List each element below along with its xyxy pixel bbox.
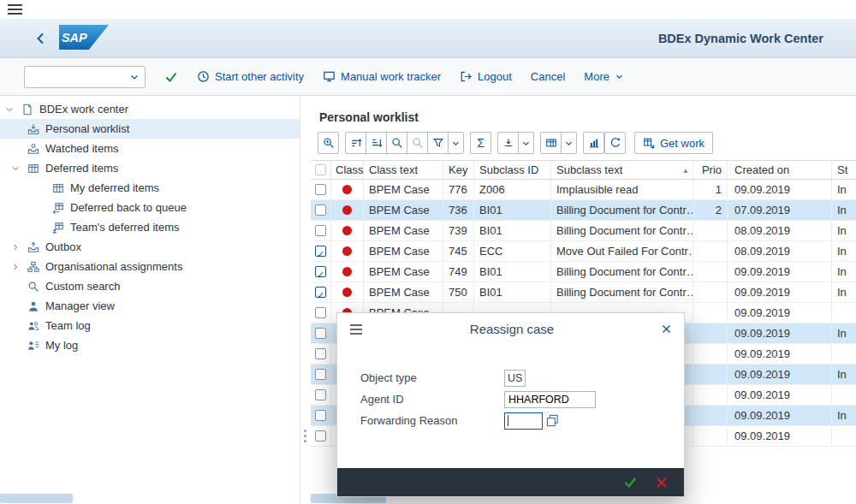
download-icon bbox=[502, 137, 514, 149]
select-all-checkbox[interactable] bbox=[315, 164, 326, 175]
object-type-value[interactable]: US bbox=[504, 370, 526, 387]
sidebar-item-deferred-items[interactable]: Deferred items bbox=[0, 158, 300, 178]
sidebar-item-personal-worklist[interactable]: Personal worklist bbox=[0, 119, 300, 139]
table-row[interactable]: BPEM Case 739 BI01 Billing Document for … bbox=[311, 221, 856, 241]
row-checkbox[interactable] bbox=[315, 205, 326, 216]
row-select-cell bbox=[311, 303, 331, 323]
chevron-down-icon bbox=[615, 72, 624, 81]
zoom-button[interactable] bbox=[318, 132, 339, 154]
sidebar-item-label: Outbox bbox=[45, 240, 81, 253]
row-checkbox[interactable] bbox=[315, 307, 326, 318]
sort-ascending-button[interactable] bbox=[345, 132, 366, 154]
row-select-cell bbox=[311, 262, 331, 282]
activity-combobox[interactable] bbox=[24, 66, 146, 88]
sidebar-item-deferred-back-to-queue[interactable]: Deferred back to queue bbox=[0, 198, 300, 217]
shell-header: SAP BDEx Dynamic Work Center bbox=[0, 19, 856, 58]
value-help-icon[interactable] bbox=[546, 414, 559, 427]
column-header-class[interactable]: Class bbox=[331, 161, 364, 179]
row-checkbox[interactable] bbox=[315, 348, 326, 359]
row-checkbox[interactable] bbox=[315, 389, 326, 400]
row-checkbox[interactable] bbox=[315, 246, 326, 257]
manual-work-tracker-button[interactable]: Manual work tracker bbox=[323, 70, 441, 83]
sort-descending-button[interactable] bbox=[366, 132, 387, 154]
find-next-button[interactable] bbox=[407, 132, 428, 154]
table-row[interactable]: BPEM Case 736 BI01 Billing Document for … bbox=[311, 200, 856, 221]
app-menu-icon[interactable] bbox=[8, 4, 22, 15]
chevron-collapsed-icon[interactable] bbox=[9, 263, 21, 271]
forwarding-reason-input[interactable] bbox=[504, 412, 543, 430]
chevron-expanded-icon[interactable] bbox=[9, 164, 21, 173]
column-header-key[interactable]: Key bbox=[443, 161, 474, 179]
row-checkbox[interactable] bbox=[315, 328, 326, 339]
view-table-button[interactable] bbox=[540, 132, 562, 154]
table-row[interactable]: BPEM Case 750 BI01 Billing Document for … bbox=[311, 282, 856, 303]
cell-prio bbox=[693, 365, 728, 384]
cell-created-on: 09.09.2019 bbox=[728, 262, 832, 282]
column-header-subclass-id[interactable]: Subclass ID bbox=[474, 161, 551, 179]
confirm-button[interactable] bbox=[164, 70, 178, 84]
get-work-button[interactable]: Get work bbox=[634, 132, 713, 154]
cell-key: 749 bbox=[443, 262, 474, 282]
dialog-cancel-button[interactable] bbox=[655, 476, 669, 489]
row-checkbox[interactable] bbox=[315, 266, 326, 277]
sidebar-item-my-deferred-items[interactable]: My deferred items bbox=[0, 178, 300, 198]
total-button[interactable]: Σ bbox=[470, 132, 491, 154]
agent-id-input[interactable] bbox=[504, 391, 596, 408]
export-button[interactable] bbox=[497, 132, 519, 154]
my-log-icon bbox=[26, 340, 41, 352]
sidebar-hscrollbar-thumb[interactable] bbox=[0, 494, 73, 503]
cell-status bbox=[832, 385, 856, 405]
more-button[interactable]: More bbox=[584, 70, 624, 83]
dialog-menu-icon[interactable] bbox=[349, 323, 363, 335]
logout-button[interactable]: Logout bbox=[460, 70, 512, 83]
chart-view-button[interactable] bbox=[583, 132, 604, 154]
panel-splitter[interactable] bbox=[300, 96, 309, 504]
filter-button[interactable] bbox=[427, 132, 449, 154]
row-class-cell bbox=[331, 262, 364, 282]
sigma-icon: Σ bbox=[477, 137, 484, 149]
row-checkbox[interactable] bbox=[315, 184, 326, 195]
activity-combobox-input[interactable] bbox=[25, 67, 124, 87]
row-checkbox[interactable] bbox=[315, 369, 326, 380]
row-checkbox[interactable] bbox=[315, 225, 326, 236]
column-header-subclass-text[interactable]: Subclass text▲ bbox=[551, 161, 693, 179]
row-checkbox[interactable] bbox=[315, 410, 326, 421]
column-header-created-on[interactable]: Created on bbox=[728, 161, 832, 179]
chevron-collapsed-icon[interactable] bbox=[9, 243, 21, 252]
start-other-activity-button[interactable]: Start other activity bbox=[197, 70, 304, 83]
view-menu-button[interactable] bbox=[561, 132, 577, 154]
cell-status: In bbox=[832, 241, 856, 261]
column-header-status[interactable]: St bbox=[832, 161, 856, 179]
export-menu-button[interactable] bbox=[518, 132, 534, 154]
row-checkbox[interactable] bbox=[315, 430, 326, 442]
column-header-prio[interactable]: Prio bbox=[693, 161, 728, 179]
sidebar-item-organisational-assignments[interactable]: Organisational assignments bbox=[0, 257, 300, 276]
table-row[interactable]: BPEM Case 749 BI01 Billing Document for … bbox=[311, 262, 856, 282]
cancel-button[interactable]: Cancel bbox=[531, 70, 565, 83]
row-checkbox[interactable] bbox=[315, 287, 326, 298]
cell-key: 776 bbox=[443, 180, 474, 199]
sidebar-item-bdex-work-center[interactable]: BDEx work center bbox=[0, 99, 300, 119]
table-row[interactable]: BPEM Case 745 ECC Move Out Failed For Co… bbox=[311, 241, 856, 262]
combobox-chevron-icon[interactable] bbox=[124, 67, 145, 87]
sidebar-item-teams-deferred-items[interactable]: Team's deferred items bbox=[0, 217, 300, 237]
filter-menu-button[interactable] bbox=[448, 132, 464, 154]
column-header-class-text[interactable]: Class text bbox=[364, 161, 443, 179]
sidebar-item-custom-search[interactable]: Custom search bbox=[0, 276, 300, 296]
row-select-cell bbox=[311, 323, 331, 343]
close-icon[interactable] bbox=[661, 323, 672, 335]
find-button[interactable] bbox=[386, 132, 407, 154]
sidebar-item-outbox[interactable]: Outbox bbox=[0, 237, 300, 257]
table-row[interactable]: BPEM Case 776 Z006 Implausible read 1 09… bbox=[311, 180, 856, 200]
cell-status bbox=[832, 303, 856, 323]
cell-prio bbox=[693, 221, 728, 240]
sidebar-item-manager-view[interactable]: Manager view bbox=[0, 296, 300, 316]
status-dot-icon bbox=[342, 185, 352, 194]
dialog-confirm-button[interactable] bbox=[623, 475, 638, 489]
refresh-button[interactable] bbox=[604, 132, 626, 154]
back-button[interactable] bbox=[34, 32, 48, 45]
sidebar-item-team-log[interactable]: Team log bbox=[0, 316, 300, 335]
sidebar-item-my-log[interactable]: My log bbox=[0, 335, 300, 355]
sidebar-item-watched-items[interactable]: Watched items bbox=[0, 139, 300, 158]
chevron-expanded-icon[interactable] bbox=[3, 105, 15, 114]
